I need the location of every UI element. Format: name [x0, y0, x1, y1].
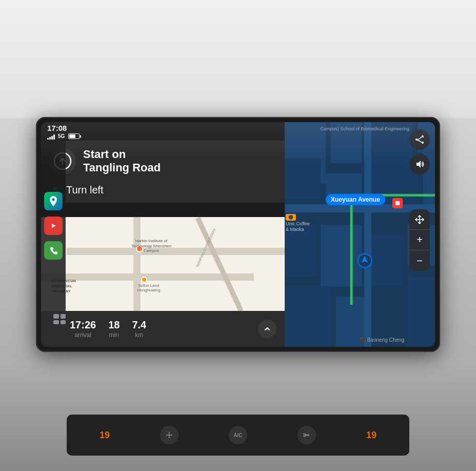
svg-rect-2 [48, 245, 59, 256]
baoneng-label: ⚫ Baoneng Cheng [360, 337, 404, 343]
grid-cells [53, 314, 66, 324]
arrival-info: 17:26 arrival 18 min 7.4 km [70, 319, 258, 339]
climate-controls: 19 A/C 19 [67, 415, 409, 456]
arrival-time-item: 17:26 arrival [70, 319, 96, 339]
arrival-distance-label: km [135, 331, 143, 339]
pan-icon [414, 214, 425, 225]
grid-cell-4 [61, 320, 66, 325]
poi-dot-sofun [141, 277, 147, 283]
status-bar: 17:08 5G [41, 122, 285, 141]
road-h1 [67, 248, 285, 255]
grid-cell-3 [53, 320, 59, 325]
arrival-distance-item: 7.4 km [132, 319, 146, 339]
xueyuan-street-label: Xueyuan Avenue [326, 194, 385, 205]
map-area-left: Harbin Institute of Technology Shenzhen … [41, 217, 285, 311]
grid-cell-2 [61, 314, 66, 319]
nav-instruction-panel: Start on Tangling Road ↰ Turn left [41, 141, 285, 203]
signal-bar-3 [51, 136, 53, 140]
air-flow-control[interactable] [298, 426, 316, 444]
road-vertical [364, 122, 371, 347]
building-15 [408, 276, 435, 347]
map-controls: + − [409, 129, 430, 271]
grid-cell-1 [53, 314, 59, 319]
phone-app-icon[interactable] [44, 241, 63, 260]
zoom-out-button[interactable]: − [409, 250, 430, 271]
arrival-duration-label: min [109, 331, 119, 339]
grid-menu-icon[interactable] [49, 323, 64, 335]
signal-bar-4 [53, 134, 55, 140]
share-icon [414, 134, 425, 145]
signal-bar-1 [47, 138, 49, 140]
zoom-control-group: + − [409, 209, 430, 271]
status-icons: 5G [47, 133, 80, 140]
network-type: 5G [58, 133, 65, 139]
traffic-light-icon [392, 198, 403, 208]
next-instruction-label: Turn left [66, 184, 104, 196]
carplay-screen: 17:08 5G [41, 122, 435, 347]
arrival-time-value: 17:26 [70, 319, 96, 331]
campus-label: Campus) School of Biomedical Engineering [320, 126, 409, 132]
battery-fill [69, 134, 75, 138]
traffic-light-dot [395, 201, 400, 205]
nav-next-row: ↰ Turn left [49, 180, 276, 197]
maps-app-icon[interactable] [44, 192, 63, 210]
harbin-label: Harbin Institute of Technology Shenzhen … [131, 239, 172, 253]
dash-top [0, 0, 476, 118]
building-13 [285, 286, 331, 347]
signal-bars-icon [47, 133, 55, 140]
bottom-bar: 17:26 arrival 18 min 7.4 km [41, 311, 285, 347]
expand-button[interactable] [258, 320, 276, 338]
grid-icon [53, 314, 68, 325]
zoom-out-label: − [417, 255, 423, 267]
svg-marker-12 [417, 161, 421, 168]
pan-button[interactable] [409, 209, 430, 230]
status-time: 17:08 [47, 124, 80, 132]
arrival-duration-value: 18 [108, 319, 120, 331]
ac-control[interactable]: A/C [229, 426, 247, 444]
zoom-in-label: + [417, 234, 423, 246]
baoneng-text: Baoneng Cheng [367, 337, 404, 343]
svg-point-8 [415, 139, 418, 141]
music-app-icon[interactable] [44, 217, 63, 235]
share-button[interactable] [409, 129, 430, 150]
nav-text: Start on Tangling Road [83, 148, 276, 175]
navigation-arrow-container [355, 251, 374, 270]
volume-button[interactable] [409, 154, 430, 174]
battery-icon [68, 133, 80, 139]
right-panel-map: Xueyuan Avenue ⚫ Unic Coffee & Maoka Cam… [285, 122, 435, 347]
app-sidebar [41, 141, 66, 311]
signal-bar-2 [49, 137, 51, 140]
svg-line-10 [418, 137, 422, 140]
svg-point-9 [422, 142, 424, 144]
zoom-in-button[interactable]: + [409, 230, 430, 250]
ac-label: A/C [233, 433, 242, 438]
svg-point-0 [52, 199, 55, 201]
svg-point-7 [422, 135, 424, 138]
baoneng-icon: ⚫ [360, 337, 366, 343]
sofun-label: Sofun Land Honghualing [131, 283, 167, 293]
airflow-icon [302, 430, 311, 440]
road-v1 [133, 217, 141, 311]
navigation-arrow-icon [355, 251, 374, 270]
svg-line-11 [418, 140, 422, 142]
fan-icon [165, 430, 174, 440]
expressway-road [195, 217, 244, 311]
volume-icon [414, 159, 425, 169]
coffee-poi-icon: ⚫ [286, 214, 296, 221]
temp-left: 19 [100, 430, 110, 441]
temp-right: 19 [366, 430, 376, 441]
left-panel: 17:08 5G [41, 122, 285, 347]
fan-control[interactable] [160, 426, 179, 444]
arrival-duration-item: 18 min [108, 319, 120, 339]
coffee-label: Unic Coffee & Maoka [286, 221, 314, 232]
nav-main-row: Start on Tangling Road [49, 148, 276, 175]
svg-point-15 [168, 434, 170, 436]
arrival-distance-value: 7.4 [132, 319, 146, 331]
nav-main-instruction: Start on Tangling Road [83, 148, 276, 175]
arrival-time-label: arrival [74, 331, 91, 339]
building-9 [285, 225, 315, 276]
chevron-up-icon [263, 325, 271, 333]
building-5 [285, 158, 321, 199]
coffee-poi-container: ⚫ Unic Coffee & Maoka [286, 211, 314, 232]
